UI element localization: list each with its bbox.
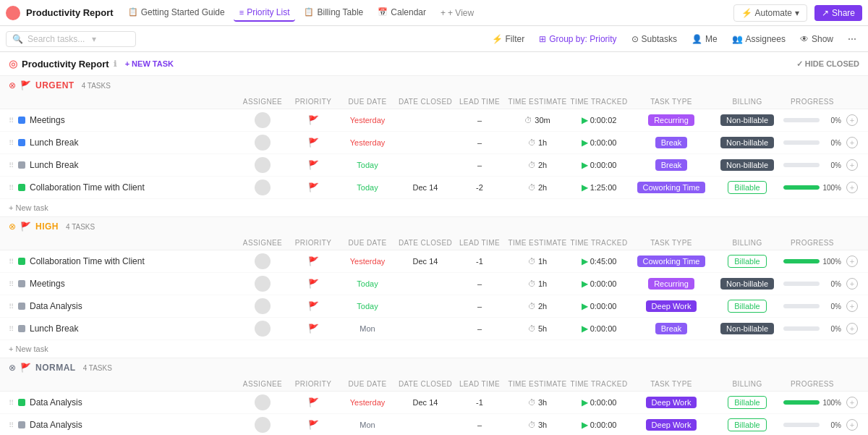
table-row[interactable]: ⠿ Collaboration Time with Client 🚩 Yeste… <box>0 250 868 273</box>
date-closed: Dec 14 <box>413 257 438 266</box>
due-date: Today <box>357 302 378 311</box>
search-box[interactable]: 🔍 Search tasks... ▾ <box>6 31 136 47</box>
avatar <box>255 157 271 173</box>
filter-button[interactable]: ⚡ Filter <box>486 32 531 46</box>
progress-bar: 0% <box>783 325 841 333</box>
section-header-urgent: ⊗ 🚩 URGENT 4 TASKS <box>0 76 868 95</box>
time-estimate-icon: ⏱ <box>528 279 536 288</box>
group-by-button[interactable]: ⊞ Group by: Priority <box>533 32 622 46</box>
table-row[interactable]: ⠿ Data Analysis 🚩 Yesterday Dec 14 -1 ⏱ … <box>0 392 868 414</box>
more-options-button[interactable]: ⋯ <box>842 32 862 46</box>
add-circle-icon[interactable]: + <box>846 419 858 431</box>
table-row[interactable]: ⠿ Data Analysis 🚩 Mon – ⏱ 3h ▶ 0:00:00 D… <box>0 414 868 435</box>
time-estimate-icon: ⏱ <box>528 138 536 147</box>
tab-billing-table[interactable]: 📋 Billing Table <box>298 4 369 22</box>
table-row[interactable]: ⠿ Collaboration Time with Client 🚩 Today… <box>0 177 868 199</box>
show-button[interactable]: 👁 Show <box>794 32 839 46</box>
add-circle-icon[interactable]: + <box>846 278 858 290</box>
avatar <box>255 394 271 410</box>
task-type-pill: Coworking Time <box>637 255 706 267</box>
subtasks-button[interactable]: ⊙ Subtasks <box>626 32 683 46</box>
table-row[interactable]: ⠿ Lunch Break 🚩 Today – ⏱ 2h ▶ 0:00:00 B… <box>0 154 868 177</box>
normal-label: NORMAL <box>35 363 76 373</box>
task-type-pill: Break <box>655 159 688 171</box>
ellipsis-icon: ⋯ <box>848 34 856 44</box>
assignees-button[interactable]: 👥 Assignees <box>726 32 791 46</box>
tab-calendar[interactable]: 📅 Calendar <box>372 4 432 22</box>
priority-flag-icon: 🚩 <box>308 160 319 170</box>
tab-priority-list[interactable]: ≡ Priority List <box>234 4 296 22</box>
lead-time: – <box>477 302 482 311</box>
table-row[interactable]: ⠿ Data Analysis 🚩 Today – ⏱ 2h ▶ 0:00:00… <box>0 295 868 318</box>
add-circle-icon[interactable]: + <box>846 137 858 148</box>
hide-closed-button[interactable]: ✓ HIDE CLOSED <box>796 59 859 69</box>
normal-count: 4 TASKS <box>83 364 112 372</box>
time-estimate: 2h <box>538 183 547 192</box>
progress-bar: 0% <box>783 303 841 311</box>
task-type-pill: Break <box>655 323 688 334</box>
time-tracked: 0:00:00 <box>590 324 617 333</box>
col-headers-normal: ASSIGNEE PRIORITY DUE DATE DATE CLOSED L… <box>0 377 868 392</box>
add-circle-icon[interactable]: + <box>846 323 858 334</box>
assignees-icon: 👥 <box>732 34 743 44</box>
project-header: ◎ Productivity Report ℹ + NEW TASK ✓ HID… <box>0 52 868 76</box>
section-urgent: ⊗ 🚩 URGENT 4 TASKS ASSIGNEE PRIORITY DUE… <box>0 76 868 217</box>
table-row[interactable]: ⠿ Meetings 🚩 Today – ⏱ 1h ▶ 0:00:00 Recu… <box>0 273 868 295</box>
automate-button[interactable]: ⚡ Automate ▾ <box>733 4 807 22</box>
add-circle-icon[interactable]: + <box>846 300 858 312</box>
section-normal: ⊗ 🚩 NORMAL 4 TASKS ASSIGNEE PRIORITY DUE… <box>0 358 868 435</box>
table-row[interactable]: ⠿ Lunch Break 🚩 Mon – ⏱ 5h ▶ 0:00:00 Bre… <box>0 318 868 340</box>
task-name-text: Collaboration Time with Client <box>30 182 145 193</box>
billing-pill: Non-billable <box>720 114 774 126</box>
nav-logo <box>6 6 20 20</box>
share-button[interactable]: ↗ Share <box>814 5 862 21</box>
drag-handle: ⠿ <box>9 258 14 266</box>
avatar <box>255 253 271 269</box>
task-dot <box>18 325 25 332</box>
time-estimate-icon: ⏱ <box>524 116 532 124</box>
table-row[interactable]: ⠿ Meetings 🚩 Yesterday – ⏱ 30m ▶ 0:00:02… <box>0 109 868 132</box>
add-circle-icon[interactable]: + <box>846 255 858 267</box>
tab-icon-calendar: 📅 <box>378 7 388 17</box>
priority-flag-icon: 🚩 <box>308 397 319 407</box>
automate-icon: ⚡ <box>741 8 752 18</box>
tab-getting-started[interactable]: 📋 Getting Started Guide <box>122 4 231 22</box>
add-view-button[interactable]: + + View <box>435 5 480 21</box>
lead-time: – <box>477 324 482 333</box>
add-circle-icon[interactable]: + <box>846 159 858 171</box>
lead-time: – <box>477 421 482 429</box>
lead-time: – <box>477 279 482 288</box>
lead-time: -1 <box>476 257 483 266</box>
add-circle-icon[interactable]: + <box>846 397 858 408</box>
play-icon: ▶ <box>582 160 588 170</box>
time-tracked: 0:00:00 <box>590 398 617 407</box>
lead-time: – <box>477 161 482 169</box>
due-date: Today <box>357 183 378 192</box>
task-dot <box>18 280 25 287</box>
due-date: Today <box>357 161 378 169</box>
add-task-row[interactable]: + New task <box>0 199 868 216</box>
table-row[interactable]: ⠿ Lunch Break 🚩 Yesterday – ⏱ 1h ▶ 0:00:… <box>0 132 868 154</box>
time-estimate-icon: ⏱ <box>528 257 536 266</box>
me-button[interactable]: 👤 Me <box>686 32 723 46</box>
play-icon: ▶ <box>582 397 588 407</box>
drag-handle: ⠿ <box>9 184 14 192</box>
urgent-label: URGENT <box>35 80 75 90</box>
progress-pct: 0% <box>822 325 841 333</box>
time-estimate-icon: ⏱ <box>528 398 536 407</box>
progress-bar: 0% <box>783 161 841 169</box>
normal-flag-icon: 🚩 <box>20 363 31 373</box>
add-task-row[interactable]: + New task <box>0 340 868 358</box>
task-type-pill: Deep Work <box>646 300 697 312</box>
new-task-button[interactable]: + NEW TASK <box>121 58 178 69</box>
play-icon: ▶ <box>582 279 588 289</box>
progress-pct: 0% <box>822 280 841 288</box>
add-circle-icon[interactable]: + <box>846 182 858 193</box>
high-label: HIGH <box>35 221 59 232</box>
billing-pill: Billable <box>728 255 766 268</box>
add-circle-icon[interactable]: + <box>846 114 858 126</box>
task-name-text: Data Analysis <box>30 420 82 430</box>
avatar <box>255 112 271 128</box>
progress-bar: 100% <box>783 258 841 266</box>
time-tracked: 0:00:00 <box>590 279 617 288</box>
